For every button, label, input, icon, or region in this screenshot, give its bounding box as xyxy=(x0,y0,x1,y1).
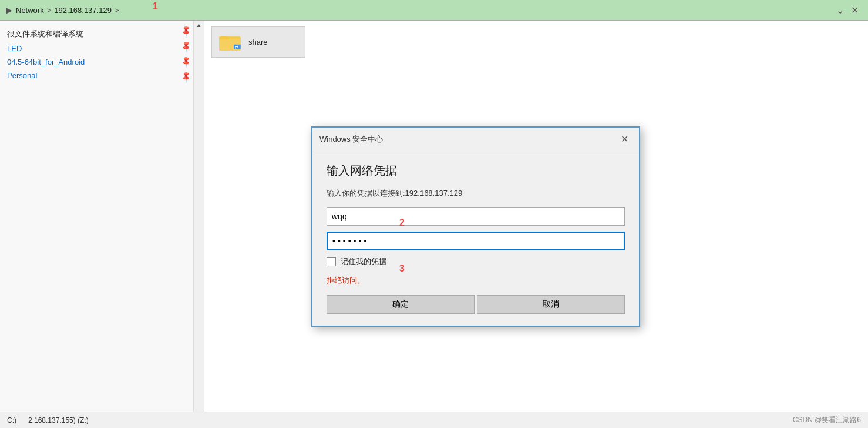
dialog-body: 输入网络凭据 输入你的凭据以连接到:192.168.137.129 记住我的凭据… xyxy=(312,151,639,326)
remember-credentials-row: 记住我的凭据 xyxy=(327,256,625,267)
cancel-button[interactable]: 取消 xyxy=(477,295,625,314)
error-message: 拒绝访问。 xyxy=(327,275,625,286)
dialog-title: Windows 安全中心 xyxy=(319,134,383,145)
dialog-overlay: Windows 安全中心 ✕ 输入网络凭据 输入你的凭据以连接到:192.168… xyxy=(0,0,868,428)
confirm-button[interactable]: 确定 xyxy=(327,295,475,314)
remember-checkbox[interactable] xyxy=(327,257,336,266)
dialog-close-button[interactable]: ✕ xyxy=(617,132,632,146)
dialog-heading: 输入网络凭据 xyxy=(327,163,625,179)
password-input[interactable] xyxy=(327,232,625,250)
dialog-button-row: 确定 取消 xyxy=(327,295,625,314)
dialog-title-bar: Windows 安全中心 ✕ xyxy=(312,128,639,151)
remember-label: 记住我的凭据 xyxy=(341,256,386,267)
dialog-subtitle: 输入你的凭据以连接到:192.168.137.129 xyxy=(327,188,625,199)
credentials-dialog: Windows 安全中心 ✕ 输入网络凭据 输入你的凭据以连接到:192.168… xyxy=(311,126,640,327)
username-input[interactable] xyxy=(327,207,625,226)
